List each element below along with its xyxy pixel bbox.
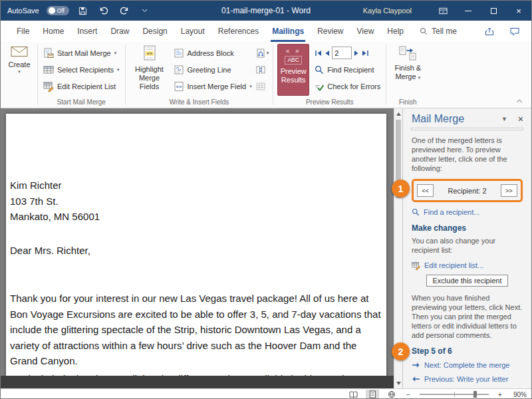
group-separator	[273, 45, 273, 105]
check-for-errors-button[interactable]: Check for Errors	[312, 78, 383, 94]
ribbon-display-options-button[interactable]	[430, 1, 456, 21]
zoom-percentage[interactable]: 90%	[510, 391, 527, 398]
task-pane-close-icon[interactable]: ×	[518, 114, 523, 124]
next-step-link[interactable]: Next: Complete the merge	[412, 360, 523, 370]
tab-design[interactable]: Design	[136, 21, 174, 42]
previous-step-label: Previous: Write your letter	[424, 374, 508, 384]
body-paragraph-1: Thank you for your interest in our new L…	[10, 291, 382, 369]
rules-icon	[256, 49, 265, 58]
next-record-button[interactable]	[354, 50, 360, 57]
chevron-down-icon	[142, 9, 148, 13]
signed-in-user[interactable]: Kayla Claypool	[363, 7, 412, 15]
collapse-ribbon-button[interactable]	[513, 96, 525, 106]
preview-label-line2: Results	[281, 76, 306, 84]
find-recipient-button[interactable]: Find Recipient	[312, 61, 383, 78]
tab-help[interactable]: Help	[380, 21, 410, 42]
tab-review[interactable]: Review	[311, 21, 350, 42]
recipient-label: Recipient: 2	[434, 186, 501, 196]
check-for-errors-label: Check for Errors	[327, 82, 380, 90]
next-step-label: Next: Complete the merge	[424, 360, 509, 370]
task-pane-menu-icon[interactable]: ▼	[501, 114, 507, 124]
save-button[interactable]	[76, 3, 90, 18]
address-block-button[interactable]: Address Block	[171, 45, 255, 61]
start-mail-merge-icon	[43, 48, 54, 59]
undo-icon	[99, 7, 108, 15]
rules-button[interactable]: ▾	[255, 45, 271, 61]
tab-file[interactable]: File	[10, 21, 36, 42]
zoom-out-button[interactable]: −	[404, 391, 412, 398]
find-a-recipient-link[interactable]: Find a recipient...	[412, 207, 523, 217]
recipient-name-line: Kim Richter	[10, 178, 382, 194]
minimize-button[interactable]	[456, 1, 481, 21]
highlight-label-line2: Merge Fields	[130, 74, 169, 91]
redo-button[interactable]	[118, 3, 131, 18]
tell-me-box[interactable]: Tell me	[420, 21, 457, 42]
first-record-button[interactable]	[315, 50, 322, 57]
start-mail-merge-button[interactable]: Start Mail Merge ▾	[41, 45, 122, 61]
exclude-recipient-button[interactable]: Exclude this recipient	[426, 275, 509, 287]
document-text[interactable]: Kim Richter 103 7th St. Mankato, MN 5600…	[10, 178, 382, 386]
tab-mailings[interactable]: Mailings	[265, 21, 311, 42]
match-fields-button[interactable]	[255, 61, 271, 78]
zoom-in-button[interactable]: +	[496, 391, 504, 398]
zoom-slider[interactable]	[420, 394, 489, 395]
previous-step-link[interactable]: Previous: Write your letter	[412, 374, 523, 384]
select-recipients-button[interactable]: Select Recipients ▾	[41, 61, 122, 78]
update-labels-button[interactable]	[255, 78, 271, 94]
tab-insert[interactable]: Insert	[70, 21, 104, 42]
envelope-icon	[11, 45, 28, 58]
greeting-line-button[interactable]: Greeting Line	[171, 61, 255, 78]
tab-home[interactable]: Home	[36, 21, 70, 42]
edit-recipient-list-button[interactable]: Edit Recipient List	[41, 78, 122, 94]
comments-button[interactable]	[510, 27, 519, 36]
finish-and-merge-button[interactable]: Finish & Merge ▾	[389, 43, 426, 97]
last-record-button[interactable]	[362, 50, 369, 57]
zoom-slider-notch	[454, 392, 455, 397]
dropdown-arrow-icon: ▾	[114, 51, 117, 55]
address-line-1: 103 7th St.	[10, 194, 382, 209]
web-layout-button[interactable]	[385, 390, 398, 399]
search-icon	[412, 208, 420, 216]
highlight-merge-fields-icon: «»	[142, 45, 158, 63]
edit-recipient-list-link[interactable]: Edit recipient list...	[412, 261, 523, 270]
scroll-down-arrow-icon[interactable]	[394, 378, 402, 388]
record-number-input[interactable]	[332, 47, 352, 59]
dropdown-arrow-icon: ▾	[18, 69, 21, 74]
group-separator	[386, 45, 386, 105]
tab-references[interactable]: References	[211, 21, 265, 42]
select-recipients-icon	[43, 65, 54, 75]
finish-merge-icon	[399, 45, 416, 61]
print-layout-button[interactable]	[366, 390, 379, 399]
greeting-line-icon	[174, 65, 184, 75]
preview-results-icon: « »	[286, 48, 301, 55]
word-window: AutoSave Off 01-mail-merge-01 - Word Kay…	[0, 0, 532, 399]
highlight-merge-fields-button[interactable]: «» Highlight Merge Fields	[128, 43, 171, 97]
undo-button[interactable]	[97, 3, 110, 18]
tab-view[interactable]: View	[350, 21, 381, 42]
zoom-slider-thumb[interactable]	[473, 391, 477, 398]
next-recipient-button[interactable]: >>	[501, 184, 517, 197]
share-button[interactable]	[485, 27, 494, 36]
read-mode-button[interactable]	[346, 390, 360, 399]
maximize-button[interactable]	[481, 1, 506, 21]
previous-record-button[interactable]	[324, 50, 330, 57]
svg-text:«»: «»	[176, 83, 182, 89]
insert-merge-field-button[interactable]: «» Insert Merge Field ▾	[171, 78, 255, 94]
previous-recipient-button[interactable]: <<	[417, 184, 434, 197]
edit-recipient-list-label: Edit recipient list...	[424, 261, 483, 270]
tab-layout[interactable]: Layout	[174, 21, 211, 42]
tab-draw[interactable]: Draw	[104, 21, 136, 42]
match-fields-icon	[256, 65, 265, 74]
step-heading: Step 5 of 6	[412, 346, 523, 356]
salutation-line: Dear Mrs. Richter,	[10, 243, 382, 259]
quick-access-customize-button[interactable]	[138, 3, 152, 18]
create-button[interactable]: Create ▾	[4, 43, 35, 97]
autosave-toggle[interactable]: Off	[47, 6, 69, 15]
find-recipient-icon	[315, 65, 324, 74]
scroll-up-arrow-icon[interactable]	[394, 109, 402, 118]
preview-results-toggle[interactable]: « » ABC Preview Results	[277, 44, 309, 96]
close-button[interactable]: ×	[506, 1, 531, 21]
arrow-left-icon	[412, 376, 420, 382]
task-pane-scroll-strip[interactable]	[411, 128, 523, 130]
check-for-errors-icon	[315, 82, 324, 91]
